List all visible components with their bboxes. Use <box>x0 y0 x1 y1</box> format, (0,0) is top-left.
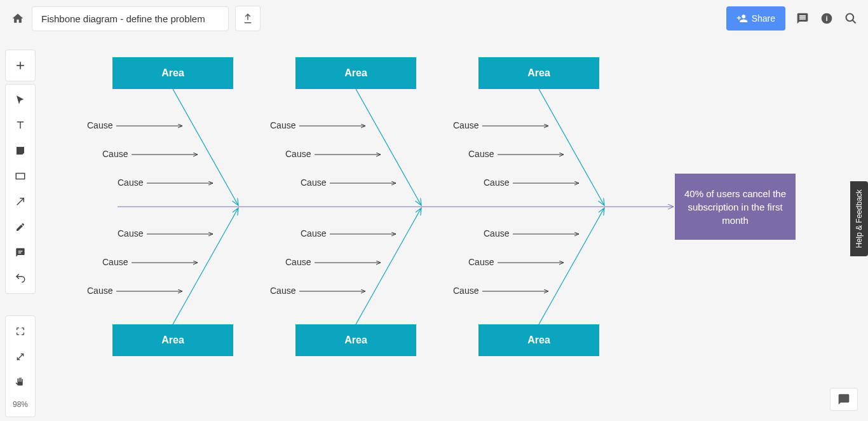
cause-label[interactable]: Cause <box>118 177 143 188</box>
tool-group-main <box>5 84 36 294</box>
hand-tool[interactable] <box>6 369 35 395</box>
pencil-tool[interactable] <box>6 214 35 240</box>
svg-line-12 <box>17 354 23 359</box>
export-button[interactable] <box>235 6 261 31</box>
share-button[interactable]: Share <box>726 6 785 31</box>
share-label: Share <box>752 13 775 24</box>
left-toolbar: 98% <box>5 50 36 417</box>
area-box-2-top[interactable]: Area <box>295 57 416 89</box>
help-feedback-tab[interactable]: Help & Feedback <box>850 181 868 256</box>
cause-label[interactable]: Cause <box>102 257 128 267</box>
text-tool[interactable] <box>6 113 35 138</box>
cause-label[interactable]: Cause <box>285 257 311 267</box>
area-box-2-bottom[interactable]: Area <box>295 324 416 356</box>
add-button[interactable] <box>6 53 35 78</box>
cause-label[interactable]: Cause <box>270 120 295 130</box>
svg-line-3 <box>853 20 856 24</box>
svg-line-16 <box>356 89 421 205</box>
cause-label[interactable]: Cause <box>484 177 509 188</box>
area-box-1-top[interactable]: Area <box>112 57 233 89</box>
svg-line-15 <box>173 208 238 324</box>
cause-label[interactable]: Cause <box>484 228 509 238</box>
chat-button[interactable] <box>830 388 858 411</box>
svg-line-17 <box>356 208 421 324</box>
area-box-3-top[interactable]: Area <box>478 57 599 89</box>
svg-line-18 <box>539 89 604 205</box>
fit-button[interactable] <box>6 344 35 369</box>
tool-group-add <box>5 50 36 81</box>
comment-icon[interactable] <box>796 11 810 25</box>
canvas[interactable]: Area Area Area Area Area Area 40% of use… <box>41 37 868 421</box>
area-box-3-bottom[interactable]: Area <box>478 324 599 356</box>
cause-label[interactable]: Cause <box>301 177 326 188</box>
cursor-tool[interactable] <box>6 87 35 113</box>
info-icon[interactable]: i <box>820 11 834 25</box>
cause-label[interactable]: Cause <box>270 286 295 296</box>
arrow-tool[interactable] <box>6 189 35 214</box>
tool-group-view: 98% <box>5 315 36 417</box>
comment-tool[interactable] <box>6 240 35 265</box>
rectangle-tool[interactable] <box>6 163 35 189</box>
topbar-left: Fishbone diagram - define the problem <box>10 6 261 31</box>
undo-button[interactable] <box>6 265 35 291</box>
svg-line-14 <box>173 89 238 205</box>
svg-line-9 <box>17 198 24 205</box>
cause-label[interactable]: Cause <box>453 286 478 296</box>
svg-rect-8 <box>16 174 25 179</box>
note-tool[interactable] <box>6 138 35 163</box>
cause-label[interactable]: Cause <box>102 149 128 159</box>
problem-box[interactable]: 40% of users cancel the subscription in … <box>675 174 796 240</box>
cause-label[interactable]: Cause <box>468 257 494 267</box>
cause-label[interactable]: Cause <box>468 149 494 159</box>
cause-label[interactable]: Cause <box>118 228 143 238</box>
document-title[interactable]: Fishbone diagram - define the problem <box>32 6 229 31</box>
cause-label[interactable]: Cause <box>87 120 112 130</box>
top-bar: Fishbone diagram - define the problem Sh… <box>0 0 868 37</box>
cause-label[interactable]: Cause <box>87 286 112 296</box>
svg-point-2 <box>846 14 854 22</box>
cause-label[interactable]: Cause <box>285 149 311 159</box>
svg-text:i: i <box>825 14 827 22</box>
svg-line-19 <box>539 208 604 324</box>
title-text: Fishbone diagram - define the problem <box>41 13 205 24</box>
cause-label[interactable]: Cause <box>301 228 326 238</box>
search-icon[interactable] <box>844 11 858 25</box>
zoom-level[interactable]: 98% <box>6 395 35 414</box>
expand-button[interactable] <box>6 319 35 344</box>
cause-label[interactable]: Cause <box>453 120 478 130</box>
home-icon[interactable] <box>10 11 25 26</box>
topbar-right: Share i <box>726 6 858 31</box>
area-box-1-bottom[interactable]: Area <box>112 324 233 356</box>
